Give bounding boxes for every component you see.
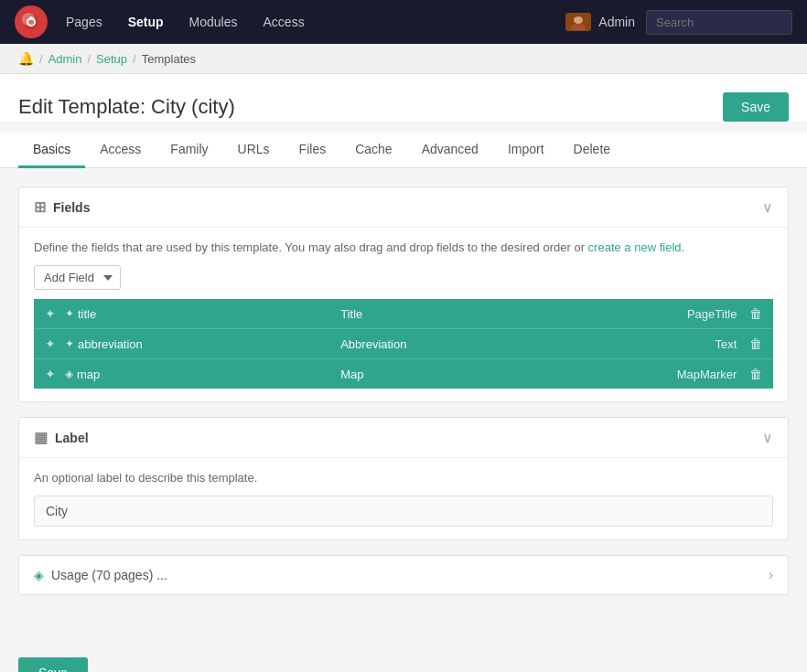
nav-pages[interactable]: Pages xyxy=(55,9,113,35)
tab-access[interactable]: Access xyxy=(85,133,156,168)
label-icon: ▦ xyxy=(34,429,48,446)
field-label: Map xyxy=(340,368,363,381)
fields-card: ⊞ Fields ∨ Define the fields that are us… xyxy=(18,187,789,402)
fields-card-body: Define the fields that are used by this … xyxy=(19,228,788,401)
tab-basics[interactable]: Basics xyxy=(18,133,85,168)
usage-chevron-icon[interactable]: › xyxy=(769,567,773,583)
breadcrumb-current: Templates xyxy=(142,52,196,66)
fields-toggle[interactable]: ∨ xyxy=(762,198,773,216)
nav-right: Admin xyxy=(565,10,792,35)
tabs-bar: Basics Access Family URLs Files Cache Ad… xyxy=(0,133,807,168)
breadcrumb: 🔔 / Admin / Setup / Templates xyxy=(0,44,807,74)
tab-delete[interactable]: Delete xyxy=(559,133,625,168)
page-header: Edit Template: City (city) Save xyxy=(0,74,807,122)
admin-avatar xyxy=(565,13,591,31)
field-name: map xyxy=(77,368,100,381)
field-delete-icon[interactable]: 🗑 xyxy=(749,306,762,321)
field-delete-icon[interactable]: 🗑 xyxy=(749,336,762,351)
tab-files[interactable]: Files xyxy=(285,133,341,168)
page-title: Edit Template: City (city) xyxy=(18,95,235,119)
add-field-select[interactable]: Add Field xyxy=(34,265,121,290)
bell-icon: 🔔 xyxy=(18,51,34,66)
fields-card-header: ⊞ Fields ∨ xyxy=(19,187,788,228)
main-content: ⊞ Fields ∨ Define the fields that are us… xyxy=(0,168,807,657)
field-type: PageTitle xyxy=(687,307,737,321)
table-row: ✦ ✦ abbreviation Abbreviation Text 🗑 xyxy=(34,329,773,359)
field-type-icon: ✦ xyxy=(65,307,74,320)
label-card-header: ▦ Label ∨ xyxy=(19,418,788,458)
breadcrumb-setup[interactable]: Setup xyxy=(96,52,127,66)
label-description: An optional label to describe this templ… xyxy=(34,471,773,485)
save-button-top[interactable]: Save xyxy=(723,92,789,122)
field-label: Abbreviation xyxy=(340,337,406,351)
drag-handle-icon[interactable]: ✦ xyxy=(45,367,56,381)
table-row: ✦ ◈ map Map MapMarker 🗑 xyxy=(34,359,773,389)
svg-point-1 xyxy=(27,18,35,26)
svg-point-2 xyxy=(29,16,33,20)
tab-family[interactable]: Family xyxy=(156,133,222,168)
tab-urls[interactable]: URLs xyxy=(223,133,285,168)
usage-label: Usage (70 pages) ... xyxy=(51,568,167,582)
field-type: Text xyxy=(716,337,737,351)
save-button-bottom[interactable]: Save xyxy=(18,657,88,672)
field-delete-icon[interactable]: 🗑 xyxy=(749,367,762,381)
usage-icon: ◈ xyxy=(34,568,44,582)
nav-access[interactable]: Access xyxy=(253,9,316,35)
label-toggle[interactable]: ∨ xyxy=(762,429,773,446)
fields-table: ✦ ✦ title Title PageTitle 🗑 ✦ ✦ abbrevia… xyxy=(34,299,773,389)
drag-handle-icon[interactable]: ✦ xyxy=(45,336,56,351)
nav-setup[interactable]: Setup xyxy=(117,9,175,35)
fields-icon: ⊞ xyxy=(34,198,46,216)
usage-row: ◈ Usage (70 pages) ... › xyxy=(19,556,788,594)
label-input[interactable] xyxy=(34,496,773,527)
label-card-body: An optional label to describe this templ… xyxy=(19,458,788,539)
field-type-icon: ◈ xyxy=(65,368,73,380)
table-row: ✦ ✦ title Title PageTitle 🗑 xyxy=(34,299,773,329)
create-field-link[interactable]: create a new field. xyxy=(588,240,685,254)
admin-menu[interactable]: Admin xyxy=(565,13,635,31)
field-name: title xyxy=(78,307,96,321)
top-navigation: Pages Setup Modules Access Admin xyxy=(0,0,807,44)
logo[interactable] xyxy=(15,5,48,38)
field-type: MapMarker xyxy=(677,368,737,381)
svg-point-4 xyxy=(574,16,583,24)
nav-items: Pages Setup Modules Access xyxy=(55,9,558,35)
label-card: ▦ Label ∨ An optional label to describe … xyxy=(18,417,789,540)
label-title: ▦ Label xyxy=(34,429,89,446)
fields-description: Define the fields that are used by this … xyxy=(34,240,773,254)
field-label: Title xyxy=(340,307,362,321)
field-type-icon: ✦ xyxy=(65,337,74,350)
tab-advanced[interactable]: Advanced xyxy=(407,133,493,168)
tab-cache[interactable]: Cache xyxy=(340,133,406,168)
search-input[interactable] xyxy=(646,10,792,35)
nav-modules[interactable]: Modules xyxy=(178,9,249,35)
usage-left: ◈ Usage (70 pages) ... xyxy=(34,568,167,582)
drag-handle-icon[interactable]: ✦ xyxy=(45,306,56,321)
usage-card: ◈ Usage (70 pages) ... › xyxy=(18,555,789,595)
tab-import[interactable]: Import xyxy=(493,133,559,168)
admin-label: Admin xyxy=(598,15,635,29)
breadcrumb-admin[interactable]: Admin xyxy=(48,52,82,66)
fields-title: ⊞ Fields xyxy=(34,198,90,216)
svg-point-0 xyxy=(24,15,38,29)
field-name: abbreviation xyxy=(78,337,143,351)
